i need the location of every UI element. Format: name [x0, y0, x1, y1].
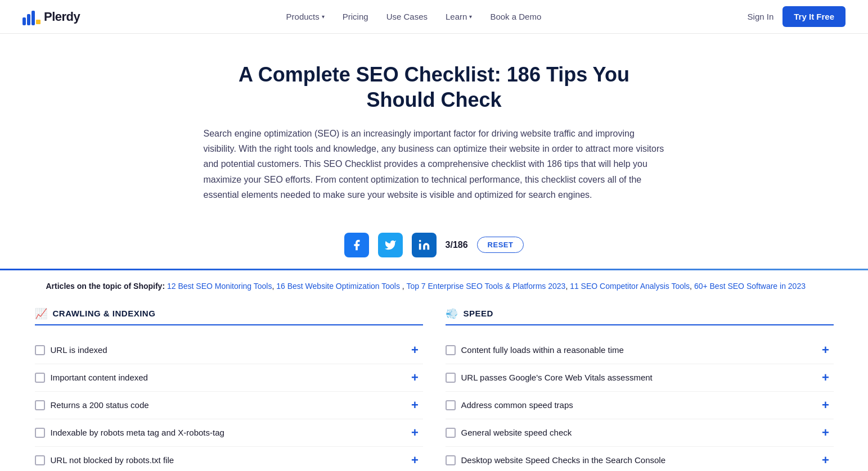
facebook-icon — [350, 239, 363, 251]
page-title: A Complete SEO Checklist: 186 Tips You S… — [204, 62, 665, 112]
nav-actions: Sign In Try It Free — [748, 6, 845, 27]
expand-button-0[interactable]: + — [818, 342, 834, 358]
item-label-2: Address common speed traps — [461, 400, 812, 410]
facebook-share-button[interactable] — [344, 233, 369, 257]
logo[interactable]: Plerdy — [23, 8, 80, 25]
speed-icon: 💨 — [446, 307, 458, 320]
expand-button-4[interactable]: + — [818, 452, 834, 468]
article-link-2[interactable]: 16 Best Website Optimization Tools — [276, 282, 400, 291]
article-link-4[interactable]: 11 SEO Competitor Analysis Tools — [570, 282, 690, 291]
checkbox-2[interactable] — [446, 400, 456, 410]
speed-section-title: SPEED — [464, 309, 493, 318]
item-label-3: Indexable by robots meta tag and X-robot… — [51, 428, 402, 437]
speed-column: 💨 SPEED Content fully loads within a rea… — [434, 302, 834, 471]
checkbox-2[interactable] — [35, 400, 45, 410]
crawling-icon: 📈 — [35, 307, 47, 320]
item-label-1: Important content indexed — [51, 373, 402, 382]
article-link-1[interactable]: 12 Best SEO Monitoring Tools — [167, 282, 272, 291]
checkbox-4[interactable] — [446, 455, 456, 465]
crawling-items-list: URL is indexed + Important content index… — [35, 337, 423, 471]
logo-bar-2 — [27, 14, 30, 25]
logo-bar-1 — [23, 17, 26, 25]
item-label-1: URL passes Google's Core Web Vitals asse… — [461, 373, 812, 382]
article-link-5[interactable]: 60+ Best SEO Software in 2023 — [694, 282, 806, 291]
expand-button-2[interactable]: + — [818, 397, 834, 413]
nav-book-demo[interactable]: Book a Demo — [490, 12, 541, 21]
nav-use-cases[interactable]: Use Cases — [386, 12, 428, 21]
checklist-item: Indexable by robots meta tag and X-robot… — [35, 419, 423, 447]
products-chevron-icon: ▾ — [322, 13, 325, 20]
nav-learn[interactable]: Learn ▾ — [446, 12, 472, 21]
checkbox-4[interactable] — [35, 455, 45, 465]
expand-button-0[interactable]: + — [407, 342, 423, 358]
svg-point-0 — [419, 240, 421, 242]
reset-button[interactable]: RESET — [477, 237, 524, 253]
checklist-item: Address common speed traps + — [446, 392, 834, 419]
checkbox-0[interactable] — [35, 345, 45, 355]
checklist-item: Desktop website Speed Checks in the Sear… — [446, 447, 834, 471]
checklist-item: Content fully loads within a reasonable … — [446, 337, 834, 364]
expand-button-3[interactable]: + — [818, 425, 834, 441]
logo-icon — [23, 8, 41, 25]
checklist-item: Important content indexed + — [35, 364, 423, 392]
logo-text: Plerdy — [44, 10, 80, 24]
crawling-indexing-column: 📈 CRAWLING & INDEXING URL is indexed + I… — [35, 302, 434, 471]
social-bar: 3/186 RESET — [0, 219, 868, 269]
checkbox-0[interactable] — [446, 345, 456, 355]
expand-button-1[interactable]: + — [818, 370, 834, 386]
sign-in-link[interactable]: Sign In — [748, 12, 774, 21]
item-label-4: Desktop website Speed Checks in the Sear… — [461, 455, 812, 465]
checkbox-1[interactable] — [446, 373, 456, 383]
item-label-4: URL not blocked by robots.txt file — [51, 455, 402, 465]
linkedin-icon — [418, 239, 430, 251]
expand-button-3[interactable]: + — [407, 425, 423, 441]
nav-links: Products ▾ Pricing Use Cases Learn ▾ Boo… — [286, 12, 542, 21]
articles-prefix: Articles on the topic of Shopify: — [46, 282, 165, 291]
hero-section: A Complete SEO Checklist: 186 Tips You S… — [181, 34, 687, 219]
speed-items-list: Content fully loads within a reasonable … — [446, 337, 834, 471]
nav-pricing[interactable]: Pricing — [343, 12, 368, 21]
expand-button-1[interactable]: + — [407, 370, 423, 386]
checklist-item: General website speed check + — [446, 419, 834, 447]
checklist-item: Returns a 200 status code + — [35, 392, 423, 419]
checkbox-1[interactable] — [35, 373, 45, 383]
checklist-item: URL is indexed + — [35, 337, 423, 364]
checklist-grid: 📈 CRAWLING & INDEXING URL is indexed + I… — [12, 302, 856, 471]
hero-description: Search engine optimization (SEO) is an i… — [204, 126, 665, 202]
twitter-icon — [384, 239, 397, 251]
checkbox-3[interactable] — [35, 428, 45, 438]
logo-ua-flag — [36, 20, 41, 24]
nav-products[interactable]: Products ▾ — [286, 12, 325, 21]
twitter-share-button[interactable] — [378, 233, 403, 257]
item-label-3: General website speed check — [461, 428, 812, 437]
logo-bar-3 — [32, 11, 35, 25]
crawling-section-header: 📈 CRAWLING & INDEXING — [35, 307, 423, 325]
expand-button-2[interactable]: + — [407, 397, 423, 413]
checklist-item: URL not blocked by robots.txt file + — [35, 447, 423, 471]
expand-button-4[interactable]: + — [407, 452, 423, 468]
linkedin-share-button[interactable] — [412, 233, 437, 257]
try-free-button[interactable]: Try It Free — [782, 6, 845, 27]
articles-bar: Articles on the topic of Shopify: 12 Bes… — [24, 270, 845, 302]
checklist-item: URL passes Google's Core Web Vitals asse… — [446, 364, 834, 392]
item-label-0: Content fully loads within a reasonable … — [461, 345, 812, 355]
item-label-0: URL is indexed — [51, 345, 402, 355]
crawling-section-title: CRAWLING & INDEXING — [53, 309, 156, 318]
checklist-counter: 3/186 — [446, 240, 468, 250]
navbar: Plerdy Products ▾ Pricing Use Cases Lear… — [0, 0, 868, 34]
speed-section-header: 💨 SPEED — [446, 307, 834, 325]
article-link-3[interactable]: Top 7 Enterprise SEO Tools & Platforms 2… — [406, 282, 565, 291]
checkbox-3[interactable] — [446, 428, 456, 438]
item-label-2: Returns a 200 status code — [51, 400, 402, 410]
learn-chevron-icon: ▾ — [469, 13, 472, 20]
